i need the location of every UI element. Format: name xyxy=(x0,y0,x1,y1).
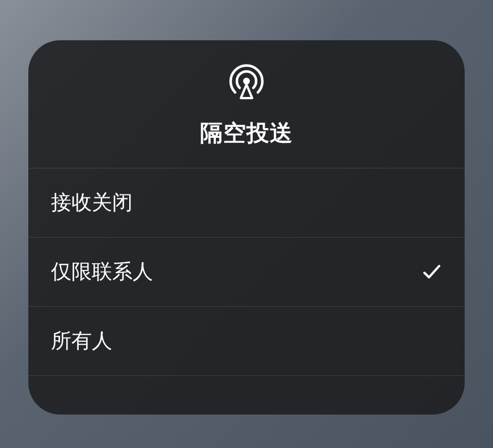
option-label: 仅限联系人 xyxy=(51,258,153,286)
options-list: 接收关闭 仅限联系人 所有人 xyxy=(28,168,465,415)
option-contacts-only[interactable]: 仅限联系人 xyxy=(28,238,465,307)
option-label: 接收关闭 xyxy=(51,189,133,217)
panel-title: 隔空投送 xyxy=(200,117,293,149)
airdrop-icon xyxy=(226,63,267,104)
panel-header: 隔空投送 xyxy=(28,40,465,168)
option-everyone[interactable]: 所有人 xyxy=(28,307,465,376)
airdrop-panel: 隔空投送 接收关闭 仅限联系人 所有人 xyxy=(28,40,465,415)
checkmark-icon xyxy=(422,262,442,282)
option-receiving-off[interactable]: 接收关闭 xyxy=(28,168,465,238)
option-label: 所有人 xyxy=(51,327,112,355)
